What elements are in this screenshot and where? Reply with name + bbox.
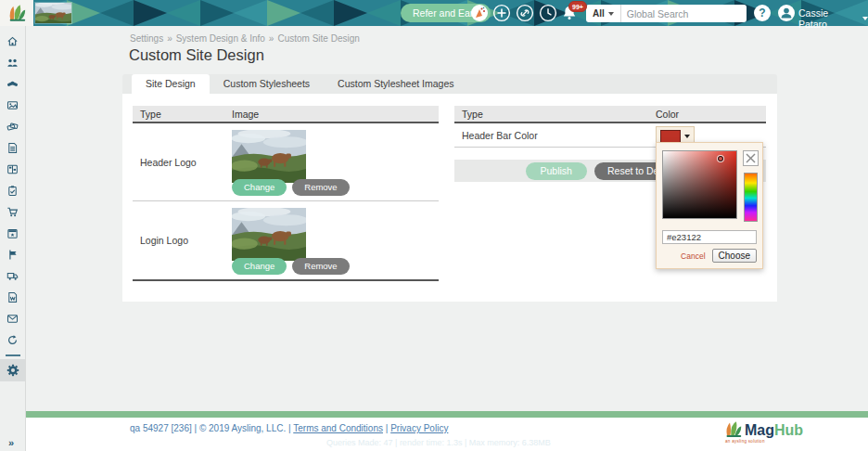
header-custom-logo-image [34, 2, 72, 24]
tab-bar: Site Design Custom Stylesheets Custom St… [122, 74, 777, 94]
close-icon [746, 153, 756, 163]
sidebar-item-delivery[interactable] [0, 265, 25, 287]
choose-button[interactable]: Choose [712, 249, 757, 263]
breadcrumb: Settings»System Design & Info»Custom Sit… [130, 33, 360, 44]
global-search-input[interactable] [621, 5, 758, 22]
maghub-logo-icon [723, 419, 743, 439]
signpost-icon [6, 249, 19, 261]
brand-hub: Hub [774, 422, 803, 438]
sidebar-collapse-toggle[interactable]: » [8, 437, 14, 448]
logo-table-header: Type Image [133, 106, 439, 123]
handshake-icon [6, 78, 19, 90]
sidebar-item-events[interactable] [0, 223, 25, 244]
breadcrumb-settings[interactable]: Settings [130, 33, 163, 44]
debug-stats: Queries Made: 47 | render time: 1.3s | M… [326, 438, 551, 447]
navigation-sidebar: » [0, 26, 26, 451]
cancel-link[interactable]: Cancel [681, 251, 705, 261]
sidebar-item-magazine[interactable] [0, 159, 25, 180]
tickets-icon [6, 121, 19, 133]
sidebar-item-signpost[interactable] [0, 244, 25, 265]
chevron-down-icon [608, 12, 614, 16]
calendar-star-icon [6, 227, 19, 239]
notification-count-badge: 99+ [568, 1, 587, 12]
page-title: Custom Site Design [129, 46, 264, 64]
breadcrumb-system-design[interactable]: System Design & Info [176, 33, 265, 44]
row-type-label: Header Bar Color [462, 130, 538, 141]
terms-and-conditions-link[interactable]: Terms and Conditions [293, 423, 383, 433]
login-logo-image [232, 208, 306, 261]
change-login-logo-button[interactable]: Change [232, 258, 287, 275]
footer-version-copyright: qa 54927 [236] | © 2019 Aysling, LLC. [130, 423, 286, 433]
sidebar-item-settings[interactable] [0, 359, 25, 381]
clipboard-icon [6, 185, 19, 197]
table-row-header-logo: Header Logo Change Remove [133, 123, 439, 201]
user-avatar[interactable] [777, 4, 796, 22]
image-icon [6, 99, 19, 111]
home-icon [6, 35, 19, 47]
maghub-logo-icon [6, 3, 27, 23]
document-icon [6, 142, 19, 154]
recent-history-clock-icon[interactable] [539, 4, 557, 22]
quick-add-icon[interactable] [492, 4, 511, 22]
color-picker-popup: Cancel Choose [656, 142, 763, 269]
hue-slider[interactable] [744, 173, 758, 222]
global-search-bar: All [586, 5, 747, 22]
sync-icon [6, 334, 19, 346]
brand-mag: Mag [745, 422, 774, 438]
sidebar-item-tickets[interactable] [0, 116, 25, 137]
close-picker-button[interactable] [743, 150, 759, 166]
chevron-down-icon [862, 17, 868, 20]
mail-icon [6, 313, 19, 325]
tab-custom-stylesheets[interactable]: Custom Stylesheets [210, 74, 324, 94]
contacts-icon [6, 57, 19, 69]
cart-icon [6, 206, 19, 218]
table-row-login-logo: Login Logo Change Remove [133, 201, 439, 281]
saturation-value-area[interactable] [662, 150, 737, 219]
column-type: Type [454, 109, 483, 120]
sidebar-item-media[interactable] [0, 95, 25, 116]
help-icon[interactable]: ? [753, 4, 772, 22]
sidebar-item-billing[interactable] [0, 137, 25, 159]
sidebar-item-tasks[interactable] [0, 180, 25, 201]
chevron-down-icon [684, 135, 690, 138]
word-document-icon [6, 291, 19, 303]
footer: qa 54927 [236] | © 2019 Aysling, LLC. | … [26, 418, 868, 451]
sidebar-item-contacts[interactable] [0, 52, 25, 73]
sidebar-item-store[interactable] [0, 201, 25, 223]
brand-tagline: an aysling solution [725, 439, 765, 444]
color-cursor-handle[interactable] [718, 156, 723, 161]
footer-meta: qa 54927 [236] | © 2019 Aysling, LLC. | … [130, 423, 448, 433]
remove-header-logo-button[interactable]: Remove [292, 179, 349, 196]
header-logo-image [232, 130, 306, 183]
maghub-footer-logo: MagHub [723, 419, 803, 439]
breadcrumb-current: Custom Site Design [277, 33, 359, 44]
picker-footer: Cancel Choose [681, 249, 757, 263]
tab-site-design[interactable]: Site Design [132, 74, 210, 94]
link-icon[interactable] [516, 4, 534, 22]
column-type: Type [133, 109, 161, 120]
change-header-logo-button[interactable]: Change [232, 179, 287, 196]
sidebar-item-crm[interactable] [0, 73, 25, 95]
footer-accent-bar [26, 411, 868, 418]
application-window: Refer and Earn 99+ All [0, 0, 868, 451]
publish-button[interactable]: Publish [526, 162, 587, 180]
current-color-swatch [660, 130, 681, 143]
sidebar-item-mail[interactable] [0, 308, 25, 329]
color-table-header: Type Color [454, 106, 766, 123]
gear-icon [6, 364, 19, 377]
column-image: Image [232, 109, 259, 120]
sidebar-item-sync[interactable] [0, 329, 25, 351]
app-logo[interactable] [0, 0, 33, 26]
hex-color-input[interactable] [662, 230, 757, 244]
user-menu[interactable]: Cassie Pataro [798, 7, 868, 30]
magazine-icon [6, 163, 19, 175]
privacy-policy-link[interactable]: Privacy Policy [390, 423, 448, 433]
truck-icon [6, 270, 19, 282]
search-scope-dropdown[interactable]: All [586, 5, 621, 22]
tab-custom-stylesheet-images[interactable]: Custom Stylesheet Images [324, 74, 467, 94]
remove-login-logo-button[interactable]: Remove [292, 258, 349, 275]
sidebar-item-word-doc[interactable] [0, 287, 25, 308]
rewards-party-icon[interactable] [470, 4, 489, 22]
sidebar-item-home[interactable] [0, 31, 25, 52]
column-color: Color [656, 109, 679, 120]
